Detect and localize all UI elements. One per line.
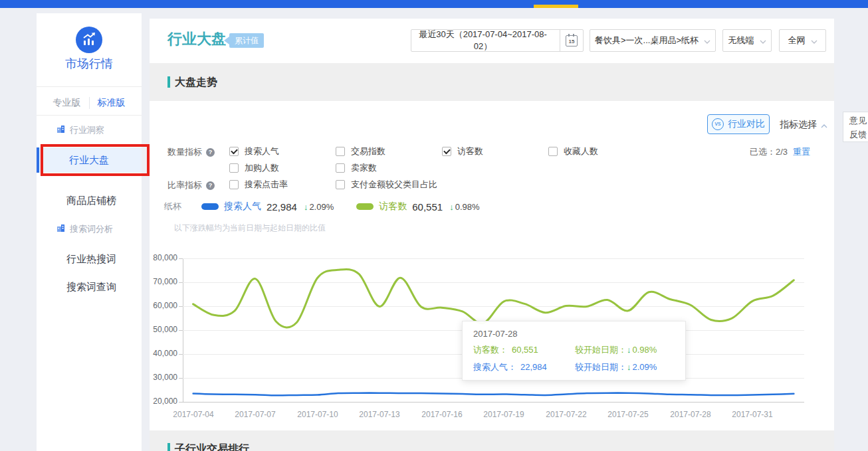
arrow-down-icon: ↓ [449, 202, 454, 212]
next-section-title: 子行业交易排行 [175, 442, 249, 451]
badge-label: 累计值 [229, 33, 264, 48]
checkbox-box[interactable] [229, 180, 239, 189]
checkbox-add-to-cart-count[interactable]: 加购人数 [229, 162, 279, 174]
legend-marker-visitor-count [356, 203, 374, 210]
checkbox-box[interactable] [336, 180, 345, 189]
legend-series-name: 访客数 [379, 201, 407, 213]
help-icon[interactable]: ? [206, 148, 215, 157]
calendar-button[interactable]: 15 [560, 30, 583, 51]
sidebar-group-label: 行业洞察 [70, 124, 104, 136]
sidebar-item-industry-hot-search[interactable]: 行业热搜词 [37, 252, 142, 266]
page: 市场行情 专业版 标准版 行业洞察 行业大盘 商品店铺榜 [0, 0, 868, 451]
terminal-selector[interactable]: 无线端 [722, 29, 772, 52]
checkbox-search-ctr[interactable]: 搜索点击率 [229, 179, 288, 191]
date-range-value: 最近30天（2017-07-04~2017-08-02） [411, 29, 554, 52]
chevron-down-icon [760, 36, 766, 46]
tooltip-date: 2017-07-28 [473, 329, 675, 339]
sidebar-group-label: 搜索词分析 [70, 223, 113, 235]
checkbox-payment-share-vs-parent[interactable]: 支付金额较父类目占比 [336, 179, 437, 191]
x-tick-label: 2017-07-28 [664, 410, 717, 419]
cumulative-badge: 累计值 [224, 33, 264, 48]
sidebar-item-product-shop-rank[interactable]: 商品店铺榜 [37, 194, 142, 207]
sidebar-group-industry-insight[interactable]: 行业洞察 [56, 124, 104, 137]
edition-tabs: 专业版 标准版 [37, 97, 142, 109]
x-tick-label: 2017-07-10 [291, 410, 344, 419]
legend-series-value: 60,551 [412, 201, 443, 213]
market-chart-logo-icon [76, 27, 102, 53]
category-selector[interactable]: 餐饮具>一次...桌用品>纸杯 [590, 29, 716, 52]
arrow-down-icon: ↓ [627, 345, 631, 355]
checkbox-box[interactable] [336, 147, 345, 156]
section-marker [167, 76, 170, 88]
date-range-selector[interactable]: 最近30天（2017-07-04~2017-08-02） 15 [411, 29, 584, 52]
checkbox-box[interactable] [229, 147, 239, 156]
divider [37, 86, 142, 87]
y-tick-label: 50,000 [150, 325, 177, 334]
y-tick-label: 80,000 [150, 253, 177, 262]
chevron-down-icon [811, 36, 817, 46]
y-tick-label: 20,000 [150, 397, 177, 406]
section-marker [167, 443, 170, 451]
building-icon [56, 125, 65, 135]
quantity-indicator-row1: 数量指标 ? 搜索人气 交易指数 访客数 收藏人数 [150, 145, 834, 157]
calendar-icon: 15 [566, 35, 578, 46]
checkbox-visitor-count[interactable]: 访客数 [442, 145, 483, 157]
checkbox-search-popularity[interactable]: 搜索人气 [229, 145, 279, 157]
sidebar-group-search-term-analysis[interactable]: 搜索词分析 [56, 223, 113, 236]
category-value: 餐饮具>一次...桌用品>纸杯 [595, 35, 699, 46]
chart-tooltip: 2017-07-28 访客数：60,551 较开始日期：↓0.98% 搜索人气：… [462, 321, 686, 381]
indicator-select-toggle[interactable]: 指标选择 [780, 119, 827, 131]
active-indicator-bar [37, 147, 39, 173]
main-panel: 行业大盘 累计值 最近30天（2017-07-04~2017-08-02） 15… [150, 19, 834, 451]
series-line-1 [193, 269, 794, 327]
tooltip-row-visitor-count: 访客数：60,551 较开始日期：↓0.98% [473, 344, 675, 356]
legend-marker-search-popularity [201, 203, 219, 210]
legend-series-change: ↓2.09% [304, 202, 334, 212]
topbar-active-tab-indicator [534, 5, 578, 8]
chart-note: 以下涨跌幅均为当前日期与起始日期的比值 [174, 223, 326, 234]
page-title: 行业大盘 [167, 29, 226, 49]
x-tick-label: 2017-07-22 [540, 410, 593, 419]
section-title: 大盘走势 [175, 76, 217, 90]
trend-chart-panel: vs 行业对比 指标选择 数量指标 ? 搜索人气 [150, 101, 834, 430]
app-title: 市场行情 [37, 56, 142, 72]
vs-icon: vs [712, 118, 724, 130]
terminal-value: 无线端 [728, 35, 754, 46]
series-line-0 [193, 393, 794, 396]
industry-compare-button[interactable]: vs 行业对比 [707, 114, 770, 134]
legend-series-change: ↓0.98% [449, 202, 479, 212]
building-icon [56, 224, 65, 234]
checkbox-box[interactable] [336, 163, 345, 173]
ratio-indicator-row: 比率指标 ? 搜索点击率 支付金额较父类目占比 [150, 179, 834, 191]
x-tick-label: 2017-07-19 [477, 410, 530, 419]
reset-link[interactable]: 重置 [793, 146, 810, 158]
sidebar-item-search-term-query[interactable]: 搜索词查询 [37, 280, 142, 294]
checkbox-favorite-count[interactable]: 收藏人数 [548, 145, 598, 157]
chevron-down-icon [704, 36, 710, 46]
tab-pro-edition[interactable]: 专业版 [45, 97, 89, 109]
x-tick-label: 2017-07-25 [601, 410, 655, 419]
annotation-red-box [41, 144, 150, 176]
tab-standard-edition[interactable]: 标准版 [89, 97, 134, 109]
checkbox-box[interactable] [548, 147, 558, 156]
x-tick-label: 2017-07-07 [229, 410, 282, 419]
quantity-indicator-label: 数量指标 ? [167, 146, 215, 158]
checkbox-box[interactable] [229, 163, 239, 173]
help-icon[interactable]: ? [206, 181, 215, 190]
checkbox-seller-count[interactable]: 卖家数 [336, 162, 377, 174]
tooltip-row-search-popularity: 搜索人气：22,984 较开始日期：↓2.09% [473, 361, 675, 373]
next-section-header-band: 子行业交易排行 [150, 430, 834, 451]
chart-legend: 纸杯 搜索人气 22,984 ↓2.09% 访客数 60,551 ↓0.98% [164, 201, 502, 213]
scope-selector[interactable]: 全网 [779, 29, 826, 52]
x-tick-label: 2017-07-31 [726, 410, 779, 419]
y-tick-label: 60,000 [150, 301, 177, 310]
arrow-down-icon: ↓ [304, 202, 308, 212]
compare-button-label: 行业对比 [728, 118, 765, 130]
legend-series-value: 22,984 [267, 201, 297, 213]
y-tick-label: 40,000 [150, 349, 177, 358]
badge-arrow [224, 37, 229, 45]
x-tick-label: 2017-07-04 [167, 410, 220, 419]
checkbox-transaction-index[interactable]: 交易指数 [336, 145, 385, 157]
feedback-tab[interactable]: 意见 反馈 [843, 112, 868, 142]
checkbox-box[interactable] [442, 147, 451, 156]
